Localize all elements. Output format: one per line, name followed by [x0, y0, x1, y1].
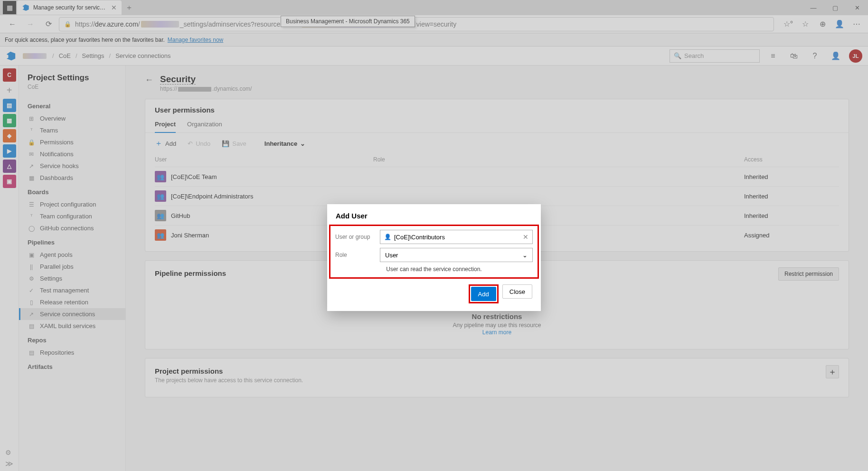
user-group-value: [CoE]\Contributors: [394, 234, 445, 241]
role-value: User: [385, 252, 398, 259]
user-group-input[interactable]: 👤 [CoE]\Contributors ✕: [380, 230, 533, 244]
dialog-close-button[interactable]: Close: [502, 284, 532, 299]
modal-overlay: Add User User or group 👤 [CoE]\Contribut…: [0, 0, 868, 471]
chevron-down-icon: ⌄: [522, 252, 528, 259]
role-select[interactable]: User ⌄: [380, 248, 533, 262]
role-label: Role: [335, 252, 375, 258]
dialog-add-button[interactable]: Add: [471, 287, 496, 301]
person-icon: 👤: [384, 234, 391, 240]
dialog-title: Add User: [327, 204, 541, 225]
clear-input-button[interactable]: ✕: [523, 233, 528, 241]
user-group-label: User or group: [335, 234, 375, 240]
role-hint: User can read the service connection.: [335, 266, 533, 273]
add-user-dialog: Add User User or group 👤 [CoE]\Contribut…: [327, 204, 541, 311]
